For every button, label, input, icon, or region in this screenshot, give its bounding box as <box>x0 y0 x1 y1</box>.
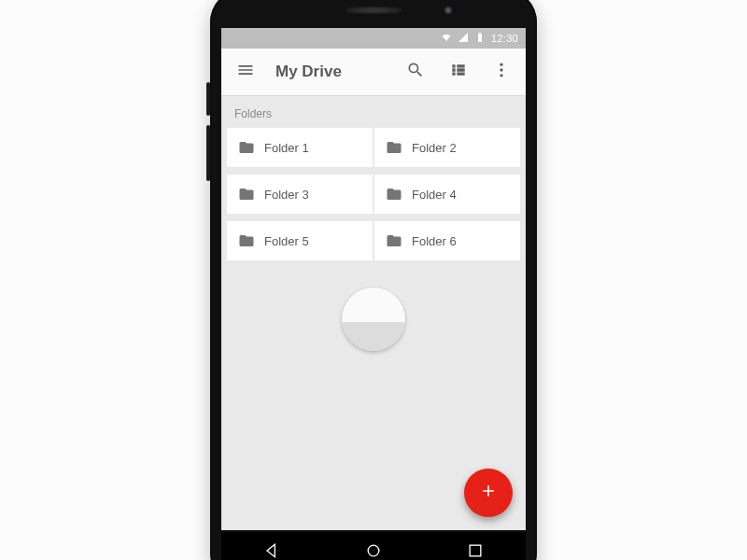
nav-home-button[interactable] <box>357 536 390 560</box>
folder-name: Folder 2 <box>412 141 457 155</box>
overflow-menu-button[interactable] <box>485 55 518 89</box>
app-bar: My Drive <box>221 49 526 96</box>
device-volume-rocker <box>206 125 210 181</box>
folder-card[interactable]: Folder 1 <box>227 128 373 167</box>
svg-point-3 <box>368 545 379 556</box>
nav-recents-button[interactable] <box>458 536 492 560</box>
folder-name: Folder 6 <box>412 234 457 248</box>
folder-card[interactable]: Folder 4 <box>374 175 520 214</box>
wifi-icon <box>441 32 452 45</box>
folder-card[interactable]: Folder 3 <box>227 175 373 214</box>
triangle-back-icon <box>262 541 281 560</box>
folder-card[interactable]: Folder 5 <box>227 221 373 260</box>
menu-button[interactable] <box>229 55 262 89</box>
device-earpiece <box>344 6 403 15</box>
screen: 12:30 My Drive <box>221 28 526 530</box>
view-toggle-button[interactable] <box>442 55 475 89</box>
folder-icon <box>238 186 255 203</box>
folder-card[interactable]: Folder 2 <box>374 128 520 167</box>
svg-point-1 <box>500 68 502 71</box>
fab-add-button[interactable] <box>464 469 513 517</box>
nav-back-button[interactable] <box>255 536 289 560</box>
svg-rect-4 <box>470 545 481 556</box>
page-title: My Drive <box>275 63 342 81</box>
list-view-icon <box>449 61 468 83</box>
search-button[interactable] <box>399 55 432 89</box>
search-icon <box>406 61 425 83</box>
svg-point-2 <box>500 74 502 77</box>
folder-name: Folder 4 <box>412 188 457 202</box>
folder-grid: Folder 1 Folder 2 Folder 3 Folder 4 Fold… <box>221 128 526 260</box>
signal-icon <box>458 32 469 45</box>
status-time: 12:30 <box>491 33 518 44</box>
plus-icon <box>479 482 498 504</box>
folder-icon <box>386 139 402 156</box>
folder-card[interactable]: Folder 6 <box>374 221 520 260</box>
android-nav-bar <box>221 532 526 560</box>
battery-icon <box>474 32 486 45</box>
folder-name: Folder 3 <box>264 188 309 202</box>
device-side-button <box>206 82 210 116</box>
folder-icon <box>386 186 402 203</box>
pull-refresh-indicator <box>342 287 405 351</box>
more-vert-icon <box>492 61 511 83</box>
folder-icon <box>238 139 255 156</box>
folder-name: Folder 5 <box>264 234 309 248</box>
section-label-folders: Folders <box>221 96 526 128</box>
refresh-spinner-icon <box>342 287 405 351</box>
svg-point-0 <box>500 63 502 66</box>
hamburger-icon <box>236 61 255 83</box>
status-bar: 12:30 <box>221 28 526 49</box>
folder-name: Folder 1 <box>264 141 309 155</box>
square-recents-icon <box>466 541 485 560</box>
circle-home-icon <box>364 541 383 560</box>
device-front-camera <box>444 6 453 15</box>
folder-icon <box>238 232 255 249</box>
folder-icon <box>386 232 402 249</box>
device-frame: 12:30 My Drive <box>210 0 537 560</box>
